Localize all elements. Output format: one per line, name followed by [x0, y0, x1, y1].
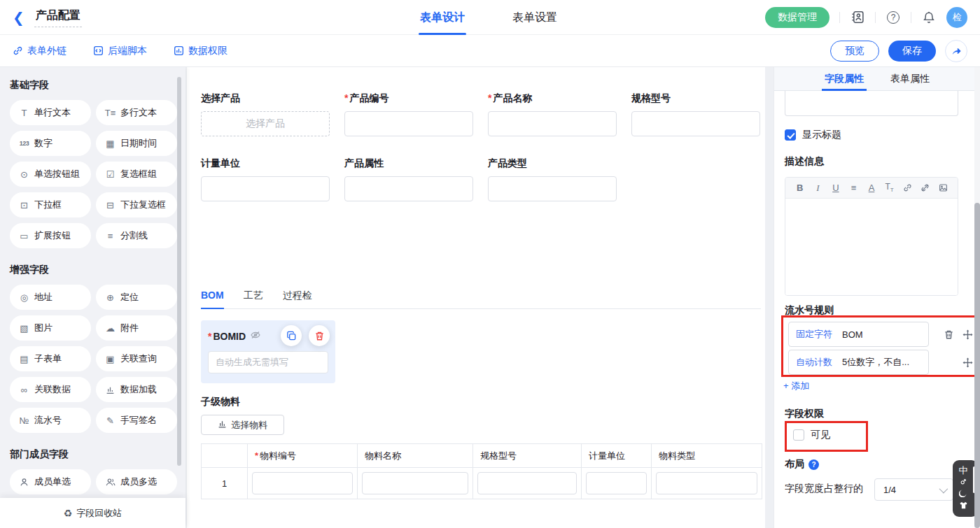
visible-row: 可见 — [793, 429, 830, 441]
contact-book-icon[interactable] — [850, 10, 865, 25]
field-unit[interactable]: 计量单位 — [201, 157, 330, 201]
copy-field-button[interactable] — [281, 325, 302, 346]
field-item-geolocation[interactable]: ⊕定位 — [96, 285, 177, 310]
field-item-extend-button[interactable]: ▭扩展按钮 — [10, 223, 91, 248]
field-item-subform[interactable]: ▤子表单 — [10, 346, 91, 371]
field-item-member-single[interactable]: 成员单选 — [10, 469, 91, 494]
share-button[interactable] — [945, 40, 967, 62]
move-rule-handle[interactable] — [961, 328, 974, 341]
page-title[interactable]: 产品配置 — [34, 7, 82, 27]
pen-icon: ✎ — [104, 416, 117, 425]
field-item-serial-number[interactable]: №流水号 — [10, 408, 91, 433]
field-product-type[interactable]: 产品类型 — [488, 157, 617, 201]
window-scrollbar-track[interactable] — [974, 67, 980, 528]
font-size-icon[interactable]: TT — [881, 183, 899, 193]
add-rule-button[interactable]: + 添加 — [783, 380, 809, 392]
image-icon: ▧ — [18, 324, 31, 333]
underline-icon[interactable]: U — [827, 183, 845, 192]
data-manage-button[interactable]: 数据管理 — [765, 7, 830, 28]
field-item-number[interactable]: 123数字 — [10, 131, 91, 156]
bomid-input[interactable]: 自动生成无需填写 — [208, 351, 328, 373]
material-type-input[interactable] — [656, 472, 757, 494]
product-name-input[interactable] — [488, 111, 617, 136]
spec-model-input[interactable] — [631, 111, 760, 136]
italic-icon[interactable]: I — [809, 183, 827, 192]
help-icon[interactable]: ? — [886, 10, 901, 25]
field-item-dropdown[interactable]: ⊡下拉框 — [10, 192, 91, 217]
field-item-datetime[interactable]: ▦日期时间 — [96, 131, 177, 156]
description-textarea[interactable] — [785, 199, 958, 296]
field-item-signature[interactable]: ✎手写签名 — [96, 408, 177, 433]
back-chevron-icon[interactable]: ❮ — [13, 10, 24, 24]
tab-process[interactable]: 工艺 — [244, 290, 263, 308]
field-item-multi-dropdown[interactable]: ⊟下拉复选框 — [96, 192, 177, 217]
form-external-link-button[interactable]: 表单外链 — [13, 45, 66, 57]
insert-link-icon[interactable] — [898, 183, 916, 192]
field-item-divider[interactable]: ≡分割线 — [96, 223, 177, 248]
mode-toggle-icon[interactable] — [960, 477, 966, 486]
font-color-icon[interactable]: A — [862, 183, 881, 192]
properties-panel: 字段属性 表单属性 显示标题 描述信息 B I U ≡ A TT — [774, 67, 980, 528]
material-name-input[interactable] — [362, 472, 468, 494]
field-item-member-multi[interactable]: 成员多选 — [96, 469, 177, 494]
field-product-code[interactable]: 产品编号 — [344, 92, 473, 136]
field-item-single-line-text[interactable]: T单行文本 — [10, 100, 91, 125]
field-product-attribute[interactable]: 产品属性 — [344, 157, 473, 201]
notification-bell-icon[interactable] — [921, 10, 937, 25]
layout-help-icon[interactable]: ? — [808, 459, 819, 470]
field-item-data-load[interactable]: 数据加载 — [96, 377, 177, 402]
field-product-name[interactable]: 产品名称 — [488, 92, 617, 136]
unit-cell-input[interactable] — [586, 472, 647, 494]
sidebar-scrollbar[interactable] — [177, 77, 181, 466]
field-item-linked-data[interactable]: ∞关联数据 — [10, 377, 91, 402]
tab-field-properties[interactable]: 字段属性 — [825, 67, 864, 91]
user-avatar[interactable]: 检 — [946, 7, 967, 28]
field-recycle-bin[interactable]: ♻ 字段回收站 — [0, 498, 186, 528]
tab-form-settings[interactable]: 表单设置 — [512, 0, 557, 35]
field-spec-model[interactable]: 规格型号 — [631, 92, 760, 136]
field-name-input-partial[interactable] — [785, 91, 958, 116]
material-code-input[interactable] — [252, 472, 353, 494]
align-icon[interactable]: ≡ — [845, 183, 863, 192]
field-item-linked-query[interactable]: ▣关联查询 — [96, 346, 177, 371]
backend-script-button[interactable]: 后端脚本 — [93, 45, 147, 57]
serial-rule-auto-count[interactable]: 自动计数 5位数字，不自... — [788, 350, 929, 375]
field-item-multi-line-text[interactable]: T≡多行文本 — [96, 100, 177, 125]
tab-process-check[interactable]: 过程检 — [283, 290, 312, 308]
theme-shirt-icon[interactable] — [959, 501, 968, 511]
field-item-image[interactable]: ▧图片 — [10, 315, 91, 341]
serial-rule-fixed-chars[interactable]: 固定字符 BOM — [788, 322, 929, 347]
window-scrollbar-thumb[interactable] — [974, 203, 980, 528]
select-material-button[interactable]: 选择物料 — [201, 415, 284, 435]
language-icon[interactable]: 中 — [959, 466, 968, 475]
visible-checkbox[interactable] — [793, 429, 804, 441]
show-title-checkbox[interactable] — [785, 129, 796, 141]
selected-field-bomid[interactable]: BOMID — [201, 320, 335, 383]
delete-field-button[interactable] — [309, 325, 330, 346]
move-rule-handle[interactable] — [961, 356, 974, 369]
field-item-radio-group[interactable]: ⊙单选按钮组 — [10, 162, 91, 187]
field-width-select[interactable]: 1/4 — [874, 478, 953, 501]
preview-button[interactable]: 预览 — [830, 41, 879, 62]
delete-rule-button[interactable] — [942, 328, 955, 341]
product-type-input[interactable] — [488, 176, 617, 201]
select-product-picker[interactable]: 选择产品 — [201, 111, 330, 136]
save-button[interactable]: 保存 — [888, 41, 936, 62]
data-permission-button[interactable]: 数据权限 — [174, 45, 227, 57]
bold-icon[interactable]: B — [791, 183, 809, 192]
recycle-icon: ♻ — [64, 508, 73, 519]
dark-mode-moon-icon[interactable] — [959, 488, 968, 499]
spec-model-cell-input[interactable] — [477, 472, 577, 494]
field-item-checkbox-group[interactable]: ☑复选框组 — [96, 162, 177, 187]
tab-bom[interactable]: BOM — [201, 290, 224, 308]
tab-form-properties[interactable]: 表单属性 — [890, 67, 930, 91]
insert-image-icon[interactable] — [934, 183, 953, 192]
field-item-address[interactable]: ◎地址 — [10, 285, 91, 310]
unit-input[interactable] — [201, 176, 330, 201]
field-item-attachment[interactable]: ☁附件 — [96, 315, 177, 341]
tab-form-design[interactable]: 表单设计 — [420, 0, 465, 35]
field-select-product[interactable]: 选择产品 选择产品 — [201, 92, 330, 136]
product-code-input[interactable] — [344, 111, 473, 136]
remove-link-icon[interactable] — [916, 183, 934, 192]
product-attribute-input[interactable] — [344, 176, 473, 201]
